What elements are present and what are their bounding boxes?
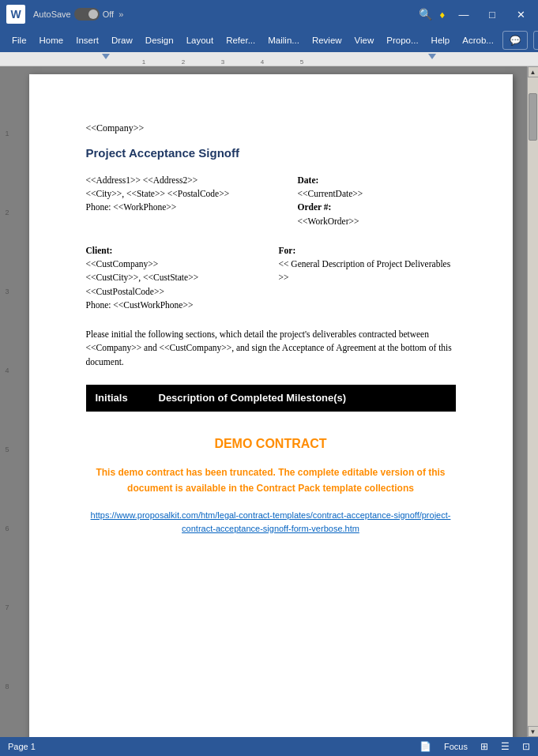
toggle-knob <box>88 9 98 19</box>
margin-num-3: 3 <box>5 288 9 295</box>
toggle-state: Off <box>103 9 114 19</box>
date-label: Date: <box>298 174 456 187</box>
editing-button[interactable]: ✏ Editing ▾ <box>533 31 538 50</box>
scrollbar-right[interactable]: ▲ ▼ <box>527 66 538 737</box>
address-right: Date: <<CurrentDate>> Order #: <<WorkOrd… <box>298 174 456 228</box>
margin-num-6: 6 <box>5 525 9 532</box>
scroll-down-button[interactable]: ▼ <box>528 726 539 737</box>
margin-num-8: 8 <box>5 683 9 690</box>
document-page[interactable]: <<Company>> Project Acceptance Signoff <… <box>29 74 513 737</box>
order-bold-label: Order #: <box>298 202 332 212</box>
cust-company: <<CustCompany>> <box>86 258 263 271</box>
margin-num-4: 4 <box>5 367 9 374</box>
demo-section: DEMO CONTRACT This demo contract has bee… <box>86 435 456 535</box>
ruler-left-indent[interactable] <box>102 54 110 59</box>
menu-home[interactable]: Home <box>34 32 70 48</box>
general-desc: << General Description of Project Delive… <box>279 258 456 285</box>
web-layout-icon[interactable]: ☰ <box>501 741 510 752</box>
cust-postal: <<CustPostalCode>> <box>86 285 263 299</box>
document-container: <<Company>> Project Acceptance Signoff <… <box>14 66 527 737</box>
date-bold-label: Date: <box>298 175 319 185</box>
address-city-state: <<City>>, <<State>> <<PostalCode>> <box>86 187 298 201</box>
menu-references[interactable]: Refer... <box>220 32 261 48</box>
table-header-description: Description of Completed Milestone(s) <box>159 391 446 405</box>
table-header: Initials Description of Completed Milest… <box>86 385 456 412</box>
ruler-mark-2: 2 <box>182 58 185 66</box>
close-button[interactable]: ✕ <box>510 3 532 25</box>
ruler-mark-3: 3 <box>221 58 224 66</box>
address-left: <<Address1>> <<Address2>> <<City>>, <<St… <box>86 174 298 228</box>
demo-text: This demo contract has been truncated. T… <box>86 465 456 495</box>
menu-review[interactable]: Review <box>307 32 348 48</box>
menu-draw[interactable]: Draw <box>106 32 138 48</box>
autosave-toggle[interactable]: AutoSave Off <box>33 8 114 21</box>
work-order: <<WorkOrder>> <box>298 215 456 228</box>
ruler-right-indent[interactable] <box>428 54 436 59</box>
toggle-switch[interactable] <box>74 8 100 21</box>
document-title: Project Acceptance Signoff <box>86 145 456 161</box>
statusbar: Page 1 📄 Focus ⊞ ☰ ⊡ <box>0 737 538 756</box>
ruler-mark-1: 1 <box>142 58 145 66</box>
scroll-track[interactable] <box>528 77 538 726</box>
demo-link[interactable]: https://www.proposalkit.com/htm/legal-co… <box>91 510 451 533</box>
ruler-mark-4: 4 <box>261 58 264 66</box>
menu-help[interactable]: Help <box>426 32 456 48</box>
main-area: 1 2 3 4 5 6 7 8 <<Company>> Project Acce… <box>0 66 538 737</box>
comment-icon: 💬 <box>510 35 521 46</box>
read-mode-icon[interactable]: 📄 <box>419 741 431 752</box>
intro-text: Please initial the following sections, w… <box>86 328 456 369</box>
client-section: Client: <<CustCompany>> <<CustCity>>, <<… <box>86 244 456 312</box>
left-margin-bar: 1 2 3 4 5 6 7 8 <box>0 66 14 737</box>
expand-icon[interactable]: » <box>119 9 123 19</box>
comment-button[interactable]: 💬 <box>502 31 528 50</box>
page-info: Page 1 <box>8 742 36 751</box>
client-left: Client: <<CustCompany>> <<CustCity>>, <<… <box>86 244 263 312</box>
cust-phone: Phone: <<CustWorkPhone>> <box>86 299 263 312</box>
autosave-label: AutoSave <box>33 9 71 19</box>
focus-label[interactable]: Focus <box>444 742 468 751</box>
menubar: File Home Insert Draw Design Layout Refe… <box>0 28 538 52</box>
scroll-thumb[interactable] <box>529 93 537 141</box>
ruler-mark-5: 5 <box>300 58 303 66</box>
address-phone: Phone: <<WorkPhone>> <box>86 201 298 214</box>
for-label: For: <box>279 244 456 258</box>
print-layout-icon[interactable]: ⊞ <box>480 741 488 752</box>
company-tag: <<Company>> <box>86 122 456 135</box>
menu-proposa[interactable]: Propo... <box>381 32 423 48</box>
margin-num-2: 2 <box>5 209 9 216</box>
current-date: <<CurrentDate>> <box>298 187 456 201</box>
margin-num-5: 5 <box>5 446 9 453</box>
menu-acrobat[interactable]: Acrob... <box>457 32 499 48</box>
menu-file[interactable]: File <box>6 32 32 48</box>
client-right: For: << General Description of Project D… <box>279 244 456 312</box>
menu-design[interactable]: Design <box>140 32 179 48</box>
client-label: Client: <box>86 244 263 258</box>
zoom-icon[interactable]: ⊡ <box>522 741 530 752</box>
search-icon[interactable]: 🔍 <box>419 8 432 21</box>
menu-insert[interactable]: Insert <box>70 32 104 48</box>
menu-layout[interactable]: Layout <box>181 32 220 48</box>
maximize-button[interactable]: □ <box>481 3 503 25</box>
title-actions: 🔍 ⬧ — □ ✕ <box>419 3 532 25</box>
menu-mailings[interactable]: Mailin... <box>262 32 305 48</box>
ruler: 1 2 3 4 5 <box>0 52 538 66</box>
cust-city-state: <<CustCity>>, <<CustState>> <box>86 271 263 284</box>
menu-view[interactable]: View <box>349 32 380 48</box>
minimize-button[interactable]: — <box>453 3 475 25</box>
margin-num-7: 7 <box>5 604 9 611</box>
table-header-initials: Initials <box>96 391 159 405</box>
demo-title: DEMO CONTRACT <box>86 435 456 453</box>
word-logo-icon: W <box>6 5 25 24</box>
margin-num-1: 1 <box>5 130 9 137</box>
diamond-icon[interactable]: ⬧ <box>438 7 446 21</box>
address-section: <<Address1>> <<Address2>> <<City>>, <<St… <box>86 174 456 228</box>
order-label: Order #: <box>298 201 456 214</box>
titlebar: W AutoSave Off » 🔍 ⬧ — □ ✕ <box>0 0 538 28</box>
scroll-up-button[interactable]: ▲ <box>528 66 539 77</box>
address-line1: <<Address1>> <<Address2>> <box>86 174 298 187</box>
